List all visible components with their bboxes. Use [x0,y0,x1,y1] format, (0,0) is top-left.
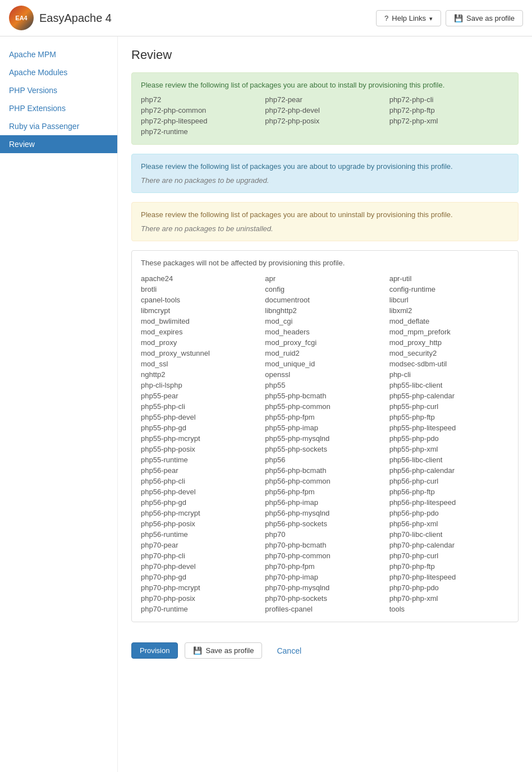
package-item: php56-php-common [265,476,384,486]
package-item: php55-php-bcmath [265,391,384,401]
package-item: config-runtime [389,284,509,294]
save-as-profile-label-header: Save as profile [466,14,515,22]
package-item: php56-php-gd [141,498,260,507]
package-item: php70-php-pdo [389,583,509,592]
app-logo: EA4 [9,6,34,30]
sidebar-item-apache-mpm[interactable]: Apache MPM [0,45,117,63]
package-item: nghttp2 [141,370,260,379]
package-item: php55-php-imap [265,423,384,433]
package-item: mod_bwlimited [141,316,260,326]
package-item: php56-php-devel [141,487,260,497]
sidebar-item-php-versions[interactable]: PHP Versions [0,81,117,99]
logo-text: EA4 [15,15,27,21]
cancel-button[interactable]: Cancel [269,643,309,659]
upgrade-empty-text: There are no packages to be upgraded. [141,176,509,185]
sidebar-item-label-ruby-via-passenger: Ruby via Passenger [9,122,79,131]
uninstall-empty-text: There are no packages to be uninstalled. [141,224,509,233]
package-item: profiles-cpanel [265,604,384,614]
sidebar-item-apache-modules[interactable]: Apache Modules [0,63,117,81]
package-item: php70-php-imap [265,572,384,582]
package-item: php56-runtime [141,530,260,539]
package-item: php72-php-posix [265,116,384,126]
package-item: php56-php-mcrypt [141,508,260,518]
package-item: php70-php-mcrypt [141,583,260,592]
package-item: php72 [141,95,260,104]
package-item: php70-php-sockets [265,594,384,603]
main-content: Review Please review the following list … [118,36,532,772]
package-item: php55-php-fpm [265,412,384,422]
save-as-profile-label-footer: Save as profile [205,646,254,655]
save-as-profile-button-header[interactable]: 💾 Save as profile [446,10,523,26]
chevron-down-icon [429,14,433,22]
save-as-profile-button-footer[interactable]: 💾 Save as profile [185,642,262,659]
package-item: php70-php-common [265,551,384,560]
sidebar: Apache MPM Apache Modules PHP Versions P… [0,36,118,772]
help-links-button[interactable]: ? Help Links [376,10,441,26]
package-item: php56-php-xml [389,519,509,529]
package-item: apr-util [389,274,509,283]
cancel-label: Cancel [277,646,301,655]
layout: Apache MPM Apache Modules PHP Versions P… [0,36,532,772]
package-item: php56-libc-client [389,455,509,465]
sidebar-item-php-extensions[interactable]: PHP Extensions [0,99,117,117]
sidebar-item-ruby-via-passenger[interactable]: Ruby via Passenger [0,117,117,135]
question-icon: ? [384,14,388,22]
package-item: php55-php-mysqlnd [265,434,384,443]
package-item: php72-php-cli [389,95,509,104]
upgrade-section: Please review the following list of pack… [131,154,519,193]
package-item: mod_expires [141,327,260,337]
package-item: php70-php-devel [141,562,260,571]
sidebar-item-review[interactable]: Review [0,135,117,153]
package-item: php55-pear [141,391,260,401]
page-title: Review [131,48,519,62]
package-item: mod_headers [265,327,384,337]
sidebar-item-label-apache-modules: Apache Modules [9,68,67,77]
package-item: php56 [265,455,384,465]
provision-label: Provision [140,646,169,655]
package-item: php72-php-common [141,105,260,115]
package-item: php55-php-litespeed [389,423,509,433]
package-item: php70-libc-client [389,530,509,539]
package-item: php55-php-cli [141,402,260,411]
package-item: php70-php-curl [389,551,509,560]
package-item: modsec-sdbm-util [389,359,509,369]
package-item: php56-php-imap [265,498,384,507]
package-item: php70-php-mysqlnd [265,583,384,592]
package-item: php55-php-xml [389,444,509,454]
package-item: php56-php-litespeed [389,498,509,507]
package-item: php55-php-devel [141,412,260,422]
package-item: php70-php-bcmath [265,540,384,550]
save-icon: 💾 [454,14,463,22]
provision-button[interactable]: Provision [131,642,178,659]
package-item: php56-php-curl [389,476,509,486]
sidebar-item-label-php-versions: PHP Versions [9,86,57,95]
package-item: php72-php-devel [265,105,384,115]
package-item: tools [389,604,509,614]
package-item: php55-php-sockets [265,444,384,454]
package-item: php56-php-pdo [389,508,509,518]
sidebar-item-label-review: Review [9,140,35,149]
install-message: Please review the following list of pack… [141,81,509,89]
install-section: Please review the following list of pack… [131,72,519,145]
package-item: php72-php-ftp [389,105,509,115]
package-item: php-cli [389,370,509,379]
unaffected-header: These packages will not be affected by p… [141,259,509,267]
package-item: php70-pear [141,540,260,550]
package-item: mod_proxy_wstunnel [141,348,260,358]
package-item: mod_proxy_fcgi [265,338,384,347]
package-item: php70-php-xml [389,594,509,603]
package-item: php56-php-bcmath [265,466,384,475]
package-item: php55-runtime [141,455,260,465]
package-item: mod_proxy [141,338,260,347]
package-item: php70-php-cli [141,551,260,560]
package-item: apr [265,274,384,283]
uninstall-message: Please review the following list of pack… [141,210,509,219]
package-item: php70-php-litespeed [389,572,509,582]
package-item: php55-php-calendar [389,391,509,401]
package-item: php56-php-cli [141,476,260,486]
unaffected-section: These packages will not be affected by p… [131,250,519,622]
package-item: php70-php-gd [141,572,260,582]
package-item: php55-php-ftp [389,412,509,422]
install-packages-grid: php72php72-pearphp72-php-cliphp72-php-co… [141,95,509,136]
package-item: libnghttp2 [265,306,384,315]
